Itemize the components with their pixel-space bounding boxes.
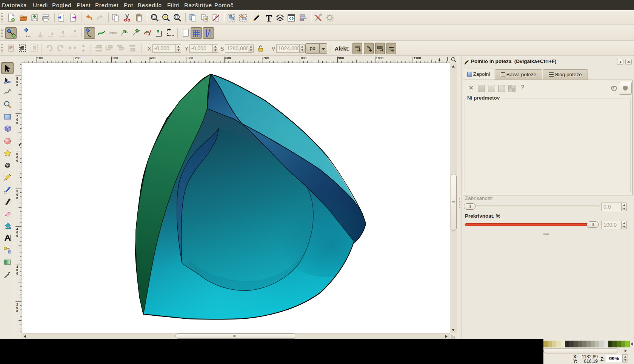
svg-text:0: 0	[16, 196, 18, 200]
svg-text:0: 0	[16, 234, 18, 238]
svg-text:800: 800	[301, 56, 306, 60]
svg-text:0: 0	[16, 309, 18, 313]
svg-text:300: 300	[112, 56, 118, 60]
svg-text:900: 900	[338, 56, 344, 60]
svg-text:700: 700	[263, 56, 269, 60]
svg-text:1000: 1000	[376, 56, 383, 60]
svg-text:600: 600	[225, 56, 231, 60]
svg-text:200: 200	[75, 56, 80, 60]
svg-text:100: 100	[37, 56, 43, 60]
svg-text:0: 0	[16, 272, 18, 275]
svg-text:0: 0	[16, 83, 18, 87]
svg-text:400: 400	[150, 56, 155, 60]
svg-text:0: 0	[16, 159, 18, 163]
svg-text:1100: 1100	[414, 56, 421, 60]
svg-text:0: 0	[16, 121, 18, 125]
svg-text:500: 500	[188, 56, 193, 60]
